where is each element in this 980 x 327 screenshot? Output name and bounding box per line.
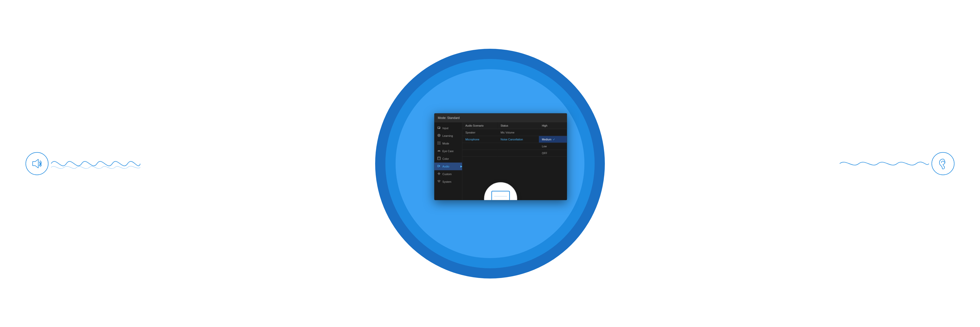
svg-point-11 — [438, 150, 439, 152]
input-icon — [437, 126, 441, 130]
monitor-window: Mode: Standard Input Learning — [434, 113, 567, 200]
sidebar-label-system: System — [442, 180, 452, 183]
cell-low: Low — [539, 143, 567, 150]
sidebar-label-custom: Custom — [442, 172, 452, 175]
cell-empty1 — [539, 129, 567, 136]
cell-empty5 — [498, 150, 539, 156]
svg-point-5 — [438, 134, 440, 137]
svg-rect-14 — [438, 165, 439, 167]
sidebar-label-color: Color — [442, 157, 449, 160]
wave-right — [840, 153, 929, 174]
main-content: Audio Scenario Status High Speaker Mic V… — [463, 122, 567, 200]
monitor-display-icon — [490, 190, 511, 200]
svg-point-7 — [438, 142, 438, 142]
table-row[interactable]: Low — [463, 143, 567, 150]
svg-rect-12 — [438, 157, 440, 160]
sidebar-label-mode: Mode — [442, 142, 449, 145]
cell-mic-volume: Mic Volume — [498, 129, 539, 136]
sidebar-item-custom[interactable]: Custom — [434, 170, 462, 178]
cell-empty2 — [463, 143, 498, 150]
speaker-icon-container — [25, 152, 48, 175]
svg-point-6 — [438, 135, 439, 136]
sidebar-item-color[interactable]: Color — [434, 155, 462, 162]
table-row[interactable]: OFF — [463, 150, 567, 156]
sidebar-label-eyecare: Eye Care — [442, 149, 454, 152]
sidebar-item-eyecare[interactable]: Eye Care — [434, 147, 462, 155]
sidebar-arrow: ▶ — [460, 165, 463, 168]
cell-empty3 — [498, 143, 539, 150]
cell-noise-cancel: Noise Cancellation — [498, 136, 539, 143]
sidebar-item-learning[interactable]: Learning — [434, 132, 462, 139]
system-icon — [437, 179, 441, 183]
sidebar-item-system[interactable]: System — [434, 178, 462, 185]
sidebar-label-learning: Learning — [442, 134, 453, 137]
ear-icon — [937, 158, 949, 170]
sidebar: Input Learning Mode Eye Care — [434, 122, 463, 200]
cell-off: OFF — [539, 150, 567, 156]
speaker-icon — [30, 157, 43, 170]
mode-icon — [437, 141, 441, 145]
cell-speaker: Speaker — [463, 129, 498, 136]
svg-point-9 — [438, 144, 438, 144]
svg-point-10 — [439, 144, 440, 144]
window-titlebar: Mode: Standard — [434, 113, 567, 122]
sidebar-label-input: Input — [442, 126, 449, 129]
audio-icon — [437, 164, 441, 168]
ear-icon-container — [932, 152, 955, 175]
sidebar-item-mode[interactable]: Mode — [434, 139, 462, 147]
col-header-status: Status — [498, 122, 539, 129]
svg-marker-0 — [33, 159, 38, 168]
content-table: Audio Scenario Status High Speaker Mic V… — [463, 122, 567, 156]
col-header-high: High — [539, 122, 567, 129]
table-row[interactable]: Speaker Mic Volume — [463, 129, 567, 136]
svg-point-15 — [438, 173, 439, 174]
col-header-scenario: Audio Scenario — [463, 122, 498, 129]
wave-left — [51, 148, 140, 179]
color-icon — [437, 156, 441, 161]
cell-empty4 — [463, 150, 498, 156]
sidebar-item-input[interactable]: Input — [434, 124, 462, 132]
sidebar-item-audio[interactable]: Audio ▶ — [434, 162, 462, 170]
eyecare-icon — [437, 149, 441, 153]
svg-point-8 — [439, 142, 440, 142]
table-row[interactable]: Microphone Noise Cancellation Medium ✓ — [463, 136, 567, 143]
custom-icon — [437, 172, 441, 176]
sidebar-label-audio: Audio — [442, 165, 449, 168]
cell-medium: Medium ✓ — [539, 136, 567, 143]
learning-icon — [437, 134, 441, 137]
cell-microphone: Microphone — [463, 136, 498, 143]
window-title: Mode: Standard — [438, 116, 460, 120]
check-icon: ✓ — [553, 137, 555, 140]
svg-rect-21 — [492, 191, 510, 200]
